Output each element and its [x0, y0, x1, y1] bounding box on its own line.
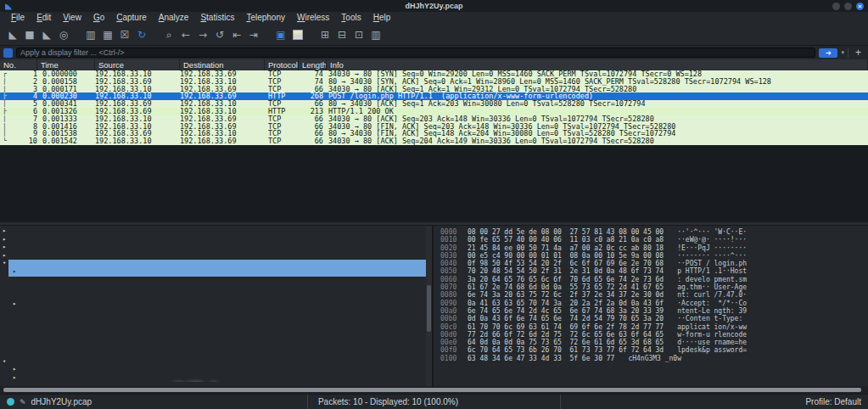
hex-row[interactable]: 00a06e 74 65 6e 74 2d 4c 65 6e 67 74 68 …: [440, 307, 868, 315]
detail-row[interactable]: ▸Internet Protocol Version 4, Src: 192.1…: [0, 244, 432, 252]
hex-row[interactable]: 007061 67 2e 74 68 6d 0d 0a 55 73 65 72 …: [440, 283, 868, 291]
hex-row[interactable]: 00900a 41 63 63 65 70 74 3a 20 2a 2f 2a …: [440, 300, 868, 307]
menu-item[interactable]: View: [57, 12, 87, 24]
detail-row[interactable]: [HTTP request 1/1]: [0, 333, 432, 342]
column-header-source[interactable]: Source: [95, 59, 180, 70]
menu-item[interactable]: Tools: [335, 12, 367, 24]
details-scrollbar-thumb[interactable]: [427, 285, 431, 332]
hex-row[interactable]: 003000 e5 c4 90 00 00 01 01 08 0a 00 10 …: [440, 252, 868, 260]
horizontal-scrollbar-track[interactable]: [0, 386, 868, 394]
packet-row[interactable]: │ 9 0.001538 192.168.33.69 192.168.33.10…: [0, 130, 868, 137]
expand-arrow-icon[interactable]: ▸: [3, 227, 6, 236]
column-header-protocol[interactable]: Protocol: [265, 59, 299, 70]
resize-columns-icon[interactable]: ▥: [367, 27, 384, 42]
zoom-out-icon[interactable]: ⊟: [333, 27, 350, 42]
hex-row[interactable]: 001000 fe 65 57 40 00 40 06 11 03 c0 a8 …: [440, 236, 868, 244]
display-filter-input[interactable]: [16, 48, 815, 58]
hex-row[interactable]: 00806e 74 3a 20 63 75 72 6c 2f 37 2e 34 …: [440, 291, 868, 299]
packet-row[interactable]: │ 5 0.000341 192.168.33.69 192.168.33.10…: [0, 100, 868, 108]
detail-row[interactable]: File Data: 39 bytes: [0, 350, 432, 358]
go-to-packet-icon[interactable]: ↺: [211, 27, 228, 42]
packet-row[interactable]: │ 7 0.001333 192.168.33.10 192.168.33.69…: [0, 115, 868, 123]
filter-dropdown-caret-icon[interactable]: ▾: [841, 49, 844, 56]
menu-item[interactable]: Go: [87, 12, 110, 24]
add-filter-button[interactable]: +: [852, 48, 865, 58]
hex-row[interactable]: 010063 48 34 6e 47 33 4d 33 5f 6e 30 77c…: [440, 355, 868, 362]
detail-row[interactable]: ▸Transmission Control Protocol, Src Port…: [0, 252, 432, 261]
find-packet-icon[interactable]: ⌕: [160, 27, 177, 42]
detail-row[interactable]: Content-Type: application/x-www-form-url…: [0, 309, 432, 317]
hex-row[interactable]: 000008 00 27 dd 5e de 08 00 27 57 81 43 …: [440, 228, 868, 236]
reload-file-icon[interactable]: ↻: [133, 27, 150, 42]
packet-row[interactable]: │ 2 0.000158 192.168.33.69 192.168.33.10…: [0, 78, 868, 86]
expand-arrow-icon[interactable]: ▾: [3, 260, 6, 268]
menu-item[interactable]: Statistics: [194, 12, 240, 24]
expand-arrow-icon[interactable]: ▸: [3, 244, 6, 252]
detail-row[interactable]: ▾HTML Form URL Encoded: application/x-ww…: [0, 358, 432, 367]
menu-item[interactable]: Help: [367, 12, 397, 24]
coloring-rules-icon[interactable]: [289, 27, 306, 42]
previous-packet-icon[interactable]: ⇤: [228, 27, 245, 42]
status-profile[interactable]: Profile: Default: [561, 397, 868, 406]
horizontal-scrollbar-thumb[interactable]: [3, 388, 861, 392]
hex-row[interactable]: 005070 20 48 54 54 50 2f 31 2e 31 0d 0a …: [440, 267, 868, 275]
detail-row[interactable]: ▸POST /login.php HTTP/1.1\r\n: [0, 268, 432, 277]
hex-row[interactable]: 00400f 98 50 4f 53 54 20 2f 6c 6f 67 69 …: [440, 260, 868, 267]
expand-arrow-icon[interactable]: ▸: [3, 252, 6, 261]
packet-row[interactable]: └ 10 0.001542 192.168.33.10 192.168.33.6…: [0, 137, 868, 145]
menu-item[interactable]: Telephony: [240, 12, 291, 24]
column-header-time[interactable]: Time: [37, 59, 95, 70]
detail-row[interactable]: ▾Hypertext Transfer Protocol: [0, 260, 432, 268]
apply-filter-button[interactable]: ➔: [819, 48, 837, 58]
detail-row[interactable]: ▸Form item: "username" = "helpdesk": [0, 366, 432, 374]
maximize-button[interactable]: [844, 3, 852, 10]
next-packet-icon[interactable]: ⇥: [245, 27, 262, 42]
capture-comment-icon[interactable]: ✎: [20, 398, 26, 406]
packet-row[interactable]: ┌ 1 0.000000 192.168.33.10 192.168.33.69…: [0, 70, 868, 78]
detail-row[interactable]: [Full request URI: http://development.sm…: [0, 325, 432, 333]
filter-bookmark-icon[interactable]: [3, 48, 13, 58]
menu-item[interactable]: Edit: [31, 12, 57, 24]
packet-row[interactable]: │ 8 0.001416 192.168.33.10 192.168.33.69…: [0, 123, 868, 131]
column-header-destination[interactable]: Destination: [180, 59, 265, 70]
details-scrollbar-track[interactable]: [426, 226, 432, 386]
hex-row[interactable]: 00603a 20 64 65 76 65 6c 6f 70 6d 65 6e …: [440, 276, 868, 283]
hex-row[interactable]: 002021 45 84 ee 00 50 71 4a a7 00 a2 0c …: [440, 244, 868, 252]
packet-row[interactable]: ├ 4 0.000230 192.168.33.10 192.168.33.69…: [0, 92, 868, 100]
detail-row[interactable]: User-Agent: curl/7.47.0\r\n: [0, 284, 432, 293]
open-file-icon[interactable]: ▥: [82, 27, 99, 42]
column-header-no[interactable]: No.: [0, 59, 37, 70]
expert-info-icon[interactable]: [7, 398, 14, 406]
packet-row[interactable]: ├ 6 0.001326 192.168.33.69 192.168.33.10…: [0, 108, 868, 115]
start-capture-icon[interactable]: ◣: [4, 27, 21, 42]
detail-row[interactable]: ▸Form item: "password" = "cH4nG3M3_n0w": [0, 374, 432, 383]
expand-arrow-icon[interactable]: ▸: [13, 268, 16, 277]
stop-capture-icon[interactable]: ■: [21, 27, 38, 42]
hex-row[interactable]: 00e064 0d 0a 0d 0a 75 73 65 72 6e 61 6d …: [440, 339, 868, 346]
go-back-icon[interactable]: ←: [177, 27, 194, 42]
detail-row[interactable]: ▸Content-Length: 39\r\n: [0, 300, 432, 309]
detail-row[interactable]: ▸Frame 4: 268 bytes on wire (2144 bits),…: [0, 227, 432, 236]
hex-row[interactable]: 00f06c 70 64 65 73 6b 26 70 61 73 73 77 …: [440, 346, 868, 354]
expand-arrow-icon[interactable]: ▸: [13, 366, 16, 374]
column-header-length[interactable]: Length: [299, 59, 327, 70]
menu-item[interactable]: Capture: [110, 12, 153, 24]
hex-row[interactable]: 00b00d 0a 43 6f 6e 74 65 6e 74 2d 54 79 …: [440, 315, 868, 322]
detail-row[interactable]: [Response in frame: 6]: [0, 341, 432, 350]
packet-row[interactable]: │ 3 0.000171 192.168.33.10 192.168.33.69…: [0, 86, 868, 93]
auto-scroll-icon[interactable]: ▣: [272, 27, 289, 42]
zoom-in-icon[interactable]: ⊞: [316, 27, 333, 42]
go-forward-icon[interactable]: →: [194, 27, 211, 42]
detail-row[interactable]: Accept: */*\r\n: [0, 293, 432, 301]
detail-row[interactable]: \r\n: [0, 317, 432, 326]
menu-item[interactable]: File: [5, 12, 31, 24]
expand-arrow-icon[interactable]: ▸: [13, 300, 16, 309]
minimize-button[interactable]: [832, 3, 840, 10]
detail-row[interactable]: ▸Ethernet II, Src: PCSSystemtec_57:81:43…: [0, 236, 432, 244]
close-button[interactable]: ✕: [856, 3, 864, 10]
capture-options-icon[interactable]: ◎: [55, 27, 72, 42]
column-header-info[interactable]: Info: [327, 59, 868, 70]
expand-arrow-icon[interactable]: ▸: [13, 374, 16, 383]
expand-arrow-icon[interactable]: ▾: [3, 358, 6, 367]
restart-capture-icon[interactable]: ◣: [38, 27, 55, 42]
